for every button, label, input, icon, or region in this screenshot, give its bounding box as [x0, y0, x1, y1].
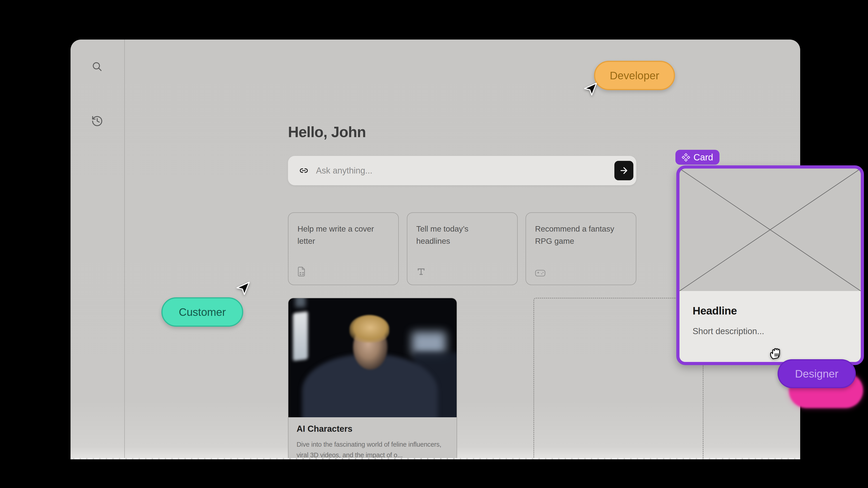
- suggestion-label: Help me write a cover letter: [298, 223, 379, 248]
- collaborator-name: Designer: [795, 367, 838, 380]
- search-icon: [91, 61, 103, 73]
- collaborator-name: Customer: [179, 306, 226, 318]
- card-title: AI Characters: [297, 424, 448, 434]
- grab-hand-cursor-icon: [768, 345, 784, 361]
- component-description: Short description...: [692, 326, 848, 336]
- link-icon: [298, 166, 309, 175]
- suggestion-card-headlines[interactable]: Tell me today’s headlines: [407, 213, 518, 285]
- send-button[interactable]: [614, 161, 633, 180]
- collaborator-pill-customer: Customer: [161, 297, 243, 327]
- text-icon: [416, 267, 426, 276]
- component-icon: [682, 153, 690, 162]
- gamepad-icon: [535, 270, 546, 276]
- sidebar: [70, 39, 125, 459]
- customer-cursor-icon: [235, 281, 250, 297]
- component-badge-label: Card: [693, 152, 713, 162]
- ai-characters-image: [288, 298, 457, 417]
- suggestion-row: Help me write a cover letter Tell me tod…: [288, 213, 636, 285]
- arrow-right-icon: [619, 166, 629, 175]
- suggestion-card-cover-letter[interactable]: Help me write a cover letter: [288, 213, 399, 285]
- developer-cursor-icon: [583, 82, 598, 97]
- collaborator-pill-developer: Developer: [594, 61, 675, 90]
- history-button[interactable]: [91, 115, 103, 127]
- canvas: Hello, John Help me write a cover letter: [0, 0, 868, 488]
- page-title: Hello, John: [288, 123, 366, 141]
- ask-bar[interactable]: [288, 156, 636, 185]
- suggestion-card-rpg-game[interactable]: Recommend a fantasy RPG game: [526, 213, 636, 285]
- component-headline: Headline: [692, 304, 848, 317]
- suggestion-label: Tell me today’s headlines: [416, 223, 498, 248]
- collaborator-pill-designer: Designer: [778, 359, 856, 388]
- component-badge: Card: [675, 150, 719, 165]
- ai-characters-card[interactable]: AI Characters Dive into the fascinating …: [288, 298, 457, 459]
- search-button[interactable]: [91, 60, 103, 73]
- suggestion-label: Recommend a fantasy RPG game: [535, 223, 616, 248]
- card-description: Dive into the fascinating world of felin…: [297, 439, 448, 459]
- history-icon: [91, 115, 103, 127]
- ask-input[interactable]: [316, 156, 596, 185]
- document-icon: [298, 267, 306, 276]
- collaborator-name: Developer: [610, 69, 659, 82]
- image-placeholder: [680, 168, 861, 291]
- component-card[interactable]: Headline Short description...: [676, 165, 864, 365]
